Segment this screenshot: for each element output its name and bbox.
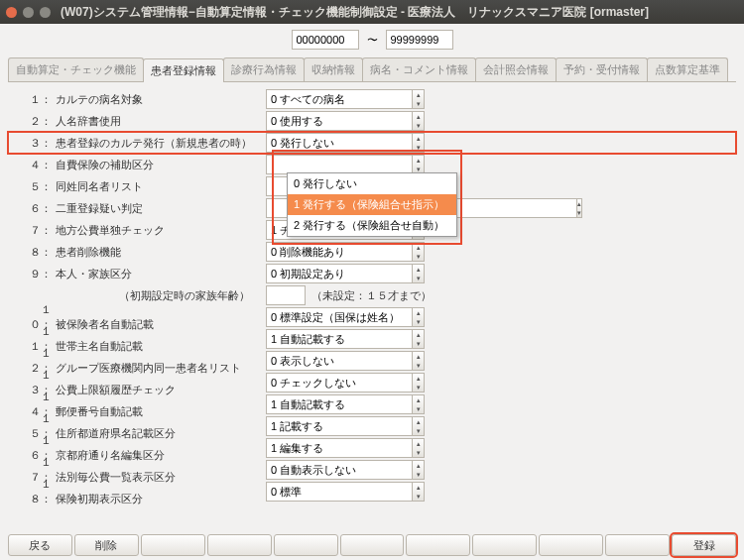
range-to-input[interactable] xyxy=(386,30,453,50)
row-label: （初期設定時の家族年齢） xyxy=(28,288,266,303)
spinner-icon[interactable] xyxy=(412,133,425,153)
tab-bar: 自動算定・チェック機能患者登録情報診療行為情報収納情報病名・コメント情報会計照会… xyxy=(8,57,736,82)
spinner-icon[interactable] xyxy=(412,242,425,262)
range-row: 〜 xyxy=(8,30,736,50)
combo-input[interactable] xyxy=(266,373,412,392)
delete-button[interactable]: 削除 xyxy=(74,534,139,556)
blank-button-7[interactable] xyxy=(539,534,603,556)
combo-input[interactable] xyxy=(266,482,412,502)
combo-16[interactable] xyxy=(266,438,425,458)
combo-input[interactable] xyxy=(266,460,412,480)
combo-8[interactable] xyxy=(266,264,425,283)
spinner-icon[interactable] xyxy=(412,438,425,458)
blank-button-2[interactable] xyxy=(207,534,272,556)
row-label: １：カルテの病名対象 xyxy=(28,92,266,107)
combo-13[interactable] xyxy=(266,373,425,392)
spinner-icon[interactable] xyxy=(412,111,425,131)
combo-input[interactable] xyxy=(266,329,412,349)
spinner-icon[interactable] xyxy=(412,351,425,371)
combo-3[interactable] xyxy=(266,155,425,174)
window-title: (W07)システム管理情報−自動算定情報・チェック機能制御設定 - 医療法人 リ… xyxy=(61,4,649,21)
row-label: ７：地方公費単独チェック xyxy=(28,223,266,238)
combo-input[interactable] xyxy=(266,155,412,174)
combo-input[interactable] xyxy=(266,394,412,414)
spinner-icon[interactable] xyxy=(412,416,425,436)
tab-2[interactable]: 診療行為情報 xyxy=(223,57,305,81)
combo-18[interactable] xyxy=(266,482,425,502)
blank-button-4[interactable] xyxy=(340,534,405,556)
blank-button-8[interactable] xyxy=(605,534,670,556)
combo-15[interactable] xyxy=(266,416,425,436)
spinner-icon[interactable] xyxy=(412,155,425,174)
combo-input[interactable] xyxy=(266,416,412,436)
blank-button-5[interactable] xyxy=(406,534,470,556)
blank-button-6[interactable] xyxy=(472,534,537,556)
spinner-icon[interactable] xyxy=(412,89,425,109)
spinner-icon[interactable] xyxy=(412,329,425,349)
spinner-icon[interactable] xyxy=(412,460,425,480)
tab-4[interactable]: 病名・コメント情報 xyxy=(362,57,476,81)
tab-7[interactable]: 点数算定基準 xyxy=(647,57,728,81)
tab-5[interactable]: 会計照会情報 xyxy=(475,57,557,81)
minimize-icon[interactable] xyxy=(23,7,34,18)
close-icon[interactable] xyxy=(6,7,17,18)
row-label: ９：本人・家族区分 xyxy=(28,267,266,281)
form-row-18: １８：保険初期表示区分 xyxy=(8,481,736,503)
dropdown-option-2[interactable]: 2 発行する（保険組合せ自動） xyxy=(288,215,456,236)
tab-0[interactable]: 自動算定・チェック機能 xyxy=(8,57,144,81)
range-tilde: 〜 xyxy=(367,33,378,48)
row-label: ２：人名辞書使用 xyxy=(28,114,266,129)
dropdown-option-1[interactable]: 1 発行する（保険組合せ指示） xyxy=(288,194,456,215)
combo-input[interactable] xyxy=(266,264,412,283)
combo-11[interactable] xyxy=(266,329,425,349)
blank-button-1[interactable] xyxy=(141,534,205,556)
dropdown-option-0[interactable]: 0 発行しない xyxy=(288,173,456,194)
content-area: 〜 自動算定・チェック機能患者登録情報診療行為情報収納情報病名・コメント情報会計… xyxy=(0,24,744,560)
combo-input[interactable] xyxy=(266,111,412,131)
tab-3[interactable]: 収納情報 xyxy=(304,57,363,81)
form-row-7: ８：患者削除機能 xyxy=(8,241,736,263)
combo-10[interactable] xyxy=(266,307,425,327)
form-row-1: ２：人名辞書使用 xyxy=(8,110,736,132)
footer-bar: 戻る 削除 登録 xyxy=(8,534,736,556)
row-label: １８：保険初期表示区分 xyxy=(28,477,266,506)
spinner-icon[interactable] xyxy=(576,198,582,218)
row-label: ６：二重登録疑い判定 xyxy=(28,201,266,216)
spinner-icon[interactable] xyxy=(412,373,425,392)
combo-input[interactable] xyxy=(266,242,412,262)
combo-12[interactable] xyxy=(266,351,425,371)
combo-1[interactable] xyxy=(266,111,425,131)
combo-input[interactable] xyxy=(266,307,412,327)
spinner-icon[interactable] xyxy=(412,394,425,414)
back-button[interactable]: 戻る xyxy=(8,534,72,556)
blank-button-3[interactable] xyxy=(274,534,338,556)
tab-6[interactable]: 予約・受付情報 xyxy=(556,57,648,81)
form-row-0: １：カルテの病名対象 xyxy=(8,88,736,110)
window-titlebar: (W07)システム管理情報−自動算定情報・チェック機能制御設定 - 医療法人 リ… xyxy=(0,0,744,24)
row-label: ３：患者登録のカルテ発行（新規患者の時） xyxy=(28,136,266,151)
maximize-icon[interactable] xyxy=(40,7,51,18)
range-from-input[interactable] xyxy=(292,30,359,50)
combo-2[interactable] xyxy=(266,133,425,153)
dropdown-list[interactable]: 0 発行しない1 発行する（保険組合せ指示）2 発行する（保険組合せ自動） xyxy=(287,172,457,237)
row-label: ８：患者削除機能 xyxy=(28,245,266,260)
combo-14[interactable] xyxy=(266,394,425,414)
form-row-8: ９：本人・家族区分 xyxy=(8,263,736,284)
form-row-2: ３：患者登録のカルテ発行（新規患者の時） xyxy=(8,132,736,154)
row-label: ５：同姓同名者リスト xyxy=(28,179,266,194)
register-button[interactable]: 登録 xyxy=(672,534,736,556)
form-area: １：カルテの病名対象２：人名辞書使用３：患者登録のカルテ発行（新規患者の時）４：… xyxy=(8,86,736,522)
family-age-note: （未設定：１５才まで） xyxy=(311,288,432,303)
combo-input[interactable] xyxy=(266,133,412,153)
combo-input[interactable] xyxy=(266,438,412,458)
combo-7[interactable] xyxy=(266,242,425,262)
combo-0[interactable] xyxy=(266,89,425,109)
tab-1[interactable]: 患者登録情報 xyxy=(143,58,224,82)
spinner-icon[interactable] xyxy=(412,482,425,502)
combo-input[interactable] xyxy=(266,89,412,109)
spinner-icon[interactable] xyxy=(412,307,425,327)
combo-input[interactable] xyxy=(266,351,412,371)
combo-17[interactable] xyxy=(266,460,425,480)
family-age-input[interactable] xyxy=(266,285,306,305)
spinner-icon[interactable] xyxy=(412,264,425,283)
